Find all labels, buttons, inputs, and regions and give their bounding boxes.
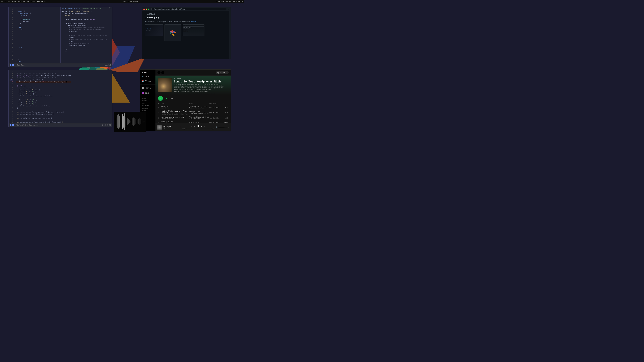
spotify-create-playlist[interactable]: + Create Playlist (140, 85, 156, 90)
svg-rect-20 (120, 113, 120, 130)
svg-rect-14 (115, 118, 116, 125)
now-playing-heart[interactable]: ♥ (180, 126, 180, 128)
day-label: Sun (123, 1, 126, 2)
spotify-nav-library[interactable]: 📚 Your Library (140, 79, 156, 83)
svg-rect-26 (125, 117, 126, 127)
cet-clock: CET 19:08 (37, 1, 46, 2)
playlist-item-entrance[interactable]: entrance (140, 107, 156, 109)
jp-clock: JP 03:08 (18, 1, 25, 2)
workspace-indicator[interactable]: 1 (5, 1, 6, 2)
svg-rect-17 (118, 115, 118, 128)
svg-rect-47 (142, 120, 143, 123)
shuffle-button[interactable]: ⇌ (191, 125, 192, 127)
line-numbers-left: 12345 678910 1112131415 1617181920 21222… (10, 7, 14, 62)
volume-bar[interactable] (218, 127, 228, 127)
svg-rect-36 (133, 117, 134, 126)
track-num-2: 2 (158, 112, 162, 113)
current-time: 0:31 (182, 128, 185, 130)
track-name-1: Mountains (162, 106, 189, 107)
playlist-item-class[interactable]: class (140, 97, 156, 99)
more-options-button[interactable]: ••• (170, 97, 173, 99)
code-left: { "nodes": { "flake-utils": { "locked": … (14, 7, 59, 62)
col-duration: ⏱ (223, 103, 228, 104)
prev-button[interactable]: ⏮ (194, 125, 196, 127)
cover-art (158, 78, 172, 92)
track-row-2[interactable]: 2 Goodbye (feat. Soap&Skin) [Theme from … (156, 110, 230, 116)
disk-status: Disk 5% (236, 1, 243, 2)
track-album-2: Goodbye (feat. Soap&Skin) [Theme fro... (189, 111, 210, 114)
maximize-btn[interactable] (148, 8, 150, 10)
github-repo-title: Dotfiles (145, 16, 228, 20)
track-num-3: 3 (158, 117, 162, 119)
minimize-btn[interactable] (146, 8, 147, 10)
spotify-window[interactable]: ⌂ Home 🔍 Search 📚 Your Library + Create … (140, 69, 231, 131)
playlist-item-west[interactable]: west (140, 102, 156, 104)
forward-button[interactable]: › (161, 71, 164, 74)
track-album-1: Interstellar (Original Motion Picture So… (189, 106, 210, 109)
svg-rect-49 (144, 121, 145, 122)
spotify-player-bar: Svefn-englar Sigur Rós ♥ ⇌ ⏮ ⏸ ⏭ ↻ 0:31 (156, 123, 230, 131)
spotify-liked-songs[interactable]: ♥ Liked Songs (140, 90, 156, 95)
github-repo-desc: My dotfiles, as managed by Nix, now with… (145, 21, 228, 22)
screenshot-thumb-1: ───────────────── $ ls -la drwxr-xr-x -r… (145, 24, 163, 36)
bottom-cursor-position: -1 set 42:76 (101, 124, 111, 126)
spotify-nav-home[interactable]: ⌂ Home (140, 71, 156, 74)
progress-bar-container: 0:31 4:33 (182, 128, 214, 130)
code-bottom: # https://tools.ietf.org/html/rfc6455#se… (14, 70, 72, 123)
repeat-button[interactable]: ↻ (204, 125, 205, 127)
github-content: ≡ README.md ✏ Dotfiles My dotfiles, as m… (142, 11, 230, 43)
fullscreen-icon[interactable]: ⊡ (228, 126, 229, 128)
close-btn[interactable] (144, 8, 145, 10)
progress-bar[interactable] (186, 129, 211, 129)
url-bar[interactable]: https://github.com/the-nixdasis/dotfiles (152, 8, 226, 10)
svg-rect-31 (129, 120, 130, 123)
volume-icon[interactable]: 🔊 (216, 126, 217, 128)
cpu-value: 4% (233, 1, 235, 2)
svg-rect-44 (140, 119, 140, 124)
spotify-nav-arrows: ‹ › (158, 71, 164, 74)
dropdown-icon: ▼ (226, 72, 227, 73)
track-row-3[interactable]: 3 Canto At Gabelmeister's Peak Alexandre… (156, 116, 230, 120)
playlist-meta: Spotify • 723,062 likes • 160 songs, abo… (174, 91, 228, 92)
github-screenshots: ───────────────── $ ls -la drwxr-xr-x -r… (145, 24, 228, 41)
track-row-1[interactable]: 1 Mountains Hans Zimmer Interstellar (Or… (156, 105, 230, 110)
play-pause-button[interactable]: ⏸ (158, 96, 163, 101)
track-artist-1: Hans Zimmer (162, 107, 189, 109)
editor-bottom-statusbar: NOR lib/mint/web_socket/frame.ex -1 set … (8, 123, 112, 127)
back-button[interactable]: ‹ (158, 71, 160, 74)
user-avatar (217, 71, 219, 73)
track-list-header: # TITLE ALBUM DATE ADDED ⏱ (156, 102, 230, 105)
screenshot-thumb-3: dotfiles configuration.nix flake.lock fl… (183, 24, 204, 36)
playlist-item-notfound[interactable]: not found (140, 104, 156, 107)
like-button[interactable]: ♥ (164, 97, 168, 100)
editor-bottom[interactable]: 37383940 41 42 43444546 47484950 5152535… (8, 70, 112, 127)
flakes-link[interactable]: flakes (191, 21, 196, 22)
now-playing-title: Svefn-englar (163, 126, 178, 127)
playlist-item-horizon[interactable]: horizon (140, 99, 156, 102)
svg-rect-23 (122, 114, 123, 129)
github-window[interactable]: https://github.com/the-nixdasis/dotfiles… (142, 7, 231, 59)
spotify-user-menu[interactable]: Michael ▼ (216, 71, 228, 74)
track-duration-3: 3:35 (223, 117, 228, 119)
track-row-4[interactable]: 4 Svefn-g-englar Ágætis byrjun Ágætis by… (156, 120, 230, 123)
svg-rect-21 (121, 115, 121, 128)
volume-fill (218, 127, 224, 127)
bottom-filename: lib/mint/web_socket/frame.ex (16, 124, 39, 126)
svg-rect-39 (136, 120, 136, 123)
github-scrollbar[interactable] (228, 11, 230, 59)
play-button[interactable]: ⏸ (197, 125, 200, 128)
split-indicator: 2/2 (109, 7, 111, 9)
svg-rect-41 (138, 120, 138, 123)
editor-top-statusbar: NOR flake.lock 1 set 1:1 (8, 63, 112, 67)
vim-mode: NOR (10, 64, 14, 66)
spotify-nav-search[interactable]: 🔍 Search (140, 75, 156, 78)
svg-rect-33 (131, 120, 131, 123)
editor-top[interactable]: 2/2 12345 678910 1112131415 1617181920 2… (8, 7, 112, 67)
github-file-header: ≡ README.md ✏ (145, 13, 228, 15)
track-info-1: Mountains Hans Zimmer (162, 106, 189, 109)
svg-rect-28 (126, 117, 127, 126)
next-button[interactable]: ⏭ (201, 125, 202, 127)
track-info-2: Goodbye (feat. Soap&Skin) [Theme from Da… (162, 110, 189, 115)
svg-rect-25 (124, 113, 124, 130)
editor-bottom-content: 37383940 41 42 43444546 47484950 5152535… (8, 70, 112, 123)
